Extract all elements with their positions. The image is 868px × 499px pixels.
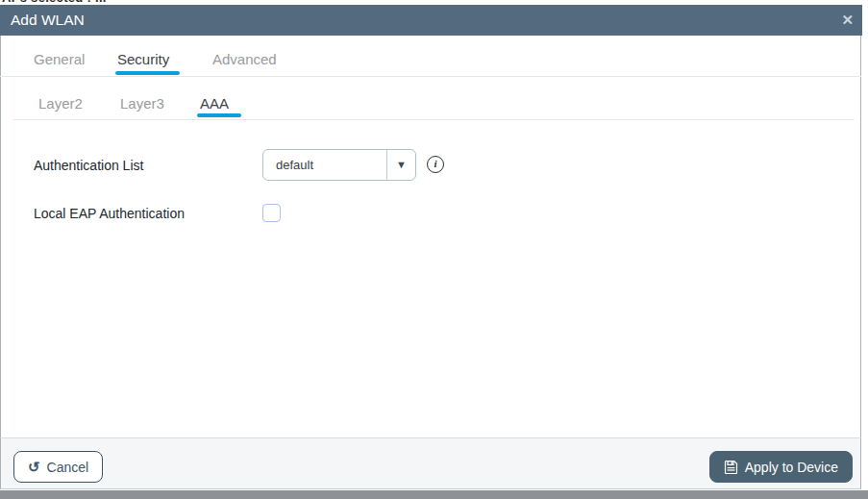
local-eap-checkbox[interactable] — [262, 204, 281, 222]
cancel-button-label: Cancel — [47, 460, 89, 475]
undo-icon: ↺ — [28, 460, 40, 474]
tabs-divider — [0, 76, 861, 77]
modal-title: Add WLAN — [11, 5, 85, 36]
background-page-strip — [0, 490, 868, 499]
tab-security[interactable]: Security — [117, 51, 169, 67]
authentication-list-select[interactable]: default ▼ — [262, 149, 416, 181]
active-subtab-underline — [197, 113, 241, 117]
page: APs selected : ... Add WLAN ✕ General Se… — [0, 0, 868, 499]
cancel-button[interactable]: ↺ Cancel — [13, 451, 103, 483]
active-tab-underline — [115, 71, 180, 75]
apply-to-device-button[interactable]: Apply to Device — [709, 451, 853, 483]
modal-header: Add WLAN ✕ — [0, 5, 862, 36]
subtab-aaa[interactable]: AAA — [200, 95, 229, 112]
tab-general[interactable]: General — [34, 51, 85, 67]
info-icon[interactable]: i — [427, 156, 444, 173]
local-eap-label: Local EAP Authentication — [34, 206, 185, 221]
dropdown-arrow-zone[interactable]: ▼ — [386, 150, 415, 180]
save-icon — [724, 460, 738, 474]
modal-footer: ↺ Cancel Apply to Device — [0, 437, 861, 489]
subtabs-divider — [13, 119, 855, 120]
close-icon[interactable]: ✕ — [841, 5, 854, 36]
chevron-down-icon: ▼ — [396, 159, 407, 170]
subtab-layer2[interactable]: Layer2 — [38, 95, 83, 112]
authentication-list-value: default — [276, 150, 313, 180]
authentication-list-label: Authentication List — [34, 158, 143, 173]
subtab-layer3[interactable]: Layer3 — [120, 95, 164, 112]
apply-button-label: Apply to Device — [745, 460, 838, 475]
tab-advanced[interactable]: Advanced — [212, 51, 277, 67]
